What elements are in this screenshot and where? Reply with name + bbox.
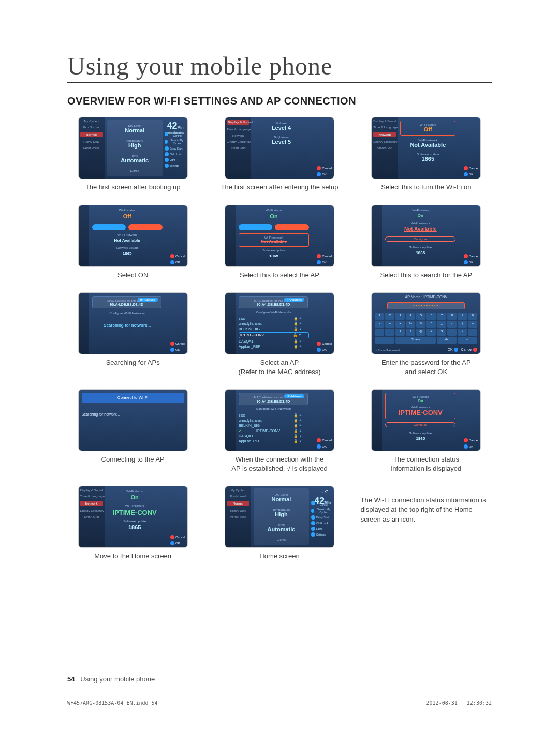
on-pill[interactable] bbox=[239, 224, 273, 230]
thumb-keyboard: AP Name : IPTIME-CONV ********** 1234567… bbox=[372, 293, 480, 354]
note-cell: The Wi-Fi connection status information … bbox=[361, 486, 492, 524]
password-input[interactable]: ********** bbox=[387, 302, 465, 309]
ok-icon[interactable] bbox=[317, 260, 321, 264]
cancel-icon[interactable] bbox=[317, 254, 321, 258]
wifi-icon: 🔒 ᯤ bbox=[293, 339, 303, 344]
thumb-wifi-off: Display & Sound Time & Language Network … bbox=[372, 117, 480, 179]
thumb-searching: MAC address for this device 90:A4:DE:E8:… bbox=[79, 293, 187, 354]
note-text: The Wi-Fi connection status information … bbox=[361, 486, 492, 524]
cancel-icon[interactable] bbox=[170, 535, 174, 539]
print-metadata: WF457ARG-03153A-04_EN.indd 54 2012-08-31… bbox=[67, 700, 492, 706]
cancel-icon[interactable] bbox=[317, 438, 321, 442]
thumb-conn-status: Wi-Fi status On Wi-Fi network IPTIME-CON… bbox=[372, 390, 480, 451]
cancel-icon[interactable] bbox=[317, 166, 321, 170]
wifi-icon: 🔒 ᯤ bbox=[293, 317, 303, 321]
crop-mark bbox=[528, 0, 538, 10]
configure-button[interactable]: Configure bbox=[385, 422, 455, 427]
caption: Move to the Home screen bbox=[67, 552, 198, 561]
step-2: Display & Sound Time & Language Network … bbox=[214, 117, 345, 192]
thumb-final-home: →ᯤ My Cycle › Eco Normal Normal Heavy Du… bbox=[225, 486, 334, 547]
ok-icon[interactable] bbox=[464, 444, 468, 449]
ip-address-button[interactable]: IP Address bbox=[284, 298, 304, 302]
cancel-icon[interactable] bbox=[170, 254, 174, 258]
thumb-select-ap: Wi-Fi status On Wi-Fi network Not Availa… bbox=[225, 205, 334, 266]
caption: When the connection with theAP is establ… bbox=[214, 455, 345, 473]
thumb-boot-home: My Cycle › Eco Normal Normal Heavy Duty … bbox=[79, 117, 187, 179]
crop-mark bbox=[21, 0, 31, 10]
wifi-icon: 🔒 ᯤ bbox=[293, 345, 303, 349]
cancel-icon[interactable] bbox=[473, 348, 477, 352]
caption: Enter the password for the APand select … bbox=[361, 358, 492, 376]
cancel-icon[interactable] bbox=[317, 342, 321, 346]
page-footer: 54_ Using your mobile phone bbox=[67, 675, 492, 683]
step-14: →ᯤ My Cycle › Eco Normal Normal Heavy Du… bbox=[214, 486, 345, 561]
ip-address-button[interactable]: IP Address bbox=[138, 298, 158, 302]
ok-icon[interactable] bbox=[464, 260, 468, 264]
thumb-ap-list: MAC address for this device 90:A4:DE:E8:… bbox=[225, 293, 334, 354]
caption: Connecting to the AP bbox=[67, 455, 198, 464]
caption: Select this to search for the AP bbox=[361, 271, 492, 280]
caption: The connection statusinformation is disp… bbox=[361, 455, 492, 473]
ip-address-button[interactable]: IP Address bbox=[284, 394, 304, 398]
screenshot-grid: My Cycle › Eco Normal Normal Heavy Duty … bbox=[67, 117, 492, 561]
thumb-search-ap: Wi-Fi status On Wi-Fi network Not Availa… bbox=[372, 205, 480, 266]
caption: Select an AP(Refer to the MAC address) bbox=[214, 358, 345, 376]
ap-selected[interactable]: IPTIME-CONV🔒 ᯤ bbox=[239, 332, 309, 338]
ok-icon[interactable] bbox=[454, 348, 458, 352]
cancel-icon[interactable] bbox=[464, 438, 468, 442]
ok-icon[interactable] bbox=[170, 541, 174, 545]
ok-icon[interactable] bbox=[170, 260, 174, 264]
caption: Select this to select the AP bbox=[214, 271, 345, 280]
step-10: Connect to Wi-Fi Searching for network..… bbox=[67, 390, 198, 464]
cancel-icon[interactable] bbox=[170, 342, 174, 346]
off-pill[interactable] bbox=[275, 224, 309, 230]
thumb-connecting: Connect to Wi-Fi Searching for network..… bbox=[79, 390, 187, 451]
caption: Searching for APs bbox=[67, 358, 198, 367]
onscreen-keyboard[interactable]: 1234567890 -=+%&*_()~ .,?!@#$/\' ↑Spacea… bbox=[375, 313, 477, 344]
page-title: Using your mobile phone bbox=[67, 52, 492, 83]
ok-icon[interactable] bbox=[170, 348, 174, 352]
wifi-icon: 🔒 ᯤ bbox=[293, 327, 303, 331]
ap-connected[interactable]: IPTIME-CONV🔒 ᯤ bbox=[239, 429, 309, 433]
step-8: MAC address for this device 90:A4:DE:E8:… bbox=[214, 293, 345, 376]
wifi-icon: →ᯤ bbox=[317, 487, 332, 496]
on-pill[interactable] bbox=[92, 224, 126, 230]
caption: Select ON bbox=[67, 271, 198, 280]
wifi-icon: 🔒 ᯤ bbox=[293, 322, 303, 326]
caption: The first screen after booting up bbox=[67, 183, 198, 192]
caption: Home screen bbox=[214, 552, 345, 561]
ok-icon[interactable] bbox=[464, 172, 468, 176]
ok-icon[interactable] bbox=[317, 348, 321, 352]
thumb-display-sound: Display & Sound Time & Language Network … bbox=[225, 117, 334, 179]
step-11: MAC address for this device 90:A4:DE:E8:… bbox=[214, 390, 345, 473]
step-7: MAC address for this device 90:A4:DE:E8:… bbox=[67, 293, 198, 367]
cancel-icon[interactable] bbox=[464, 254, 468, 258]
section-heading: OVERVIEW FOR WI-FI SETTINGS AND AP CONNE… bbox=[67, 95, 492, 107]
step-5: Wi-Fi status On Wi-Fi network Not Availa… bbox=[214, 205, 345, 280]
step-6: Wi-Fi status On Wi-Fi network Not Availa… bbox=[361, 205, 492, 280]
step-12: Wi-Fi status On Wi-Fi network IPTIME-CON… bbox=[361, 390, 492, 473]
thumb-connected-list: MAC address for this device 90:A4:DE:E8:… bbox=[225, 390, 334, 451]
configure-button[interactable]: Configure bbox=[385, 236, 455, 242]
step-9: AP Name : IPTIME-CONV ********** 1234567… bbox=[361, 293, 492, 376]
thumb-select-on: Wi-Fi status Off Wi-Fi network Not Avail… bbox=[79, 205, 187, 266]
step-1: My Cycle › Eco Normal Normal Heavy Duty … bbox=[67, 117, 198, 192]
off-pill[interactable] bbox=[128, 224, 163, 230]
step-4: Wi-Fi status Off Wi-Fi network Not Avail… bbox=[67, 205, 198, 280]
cancel-icon[interactable] bbox=[464, 166, 468, 170]
ok-icon[interactable] bbox=[317, 172, 321, 176]
step-13: Display & Sound Time & Language Network … bbox=[67, 486, 198, 561]
caption: The first screen after entering the setu… bbox=[214, 183, 345, 192]
thumb-move-home: Display & Sound Time & Language Network … bbox=[79, 486, 187, 547]
caption: Select this to turn the Wi-Fi on bbox=[361, 183, 492, 192]
step-3: Display & Sound Time & Language Network … bbox=[361, 117, 492, 192]
ok-icon[interactable] bbox=[317, 444, 321, 449]
manual-page: Using your mobile phone OVERVIEW FOR WI-… bbox=[0, 0, 559, 724]
